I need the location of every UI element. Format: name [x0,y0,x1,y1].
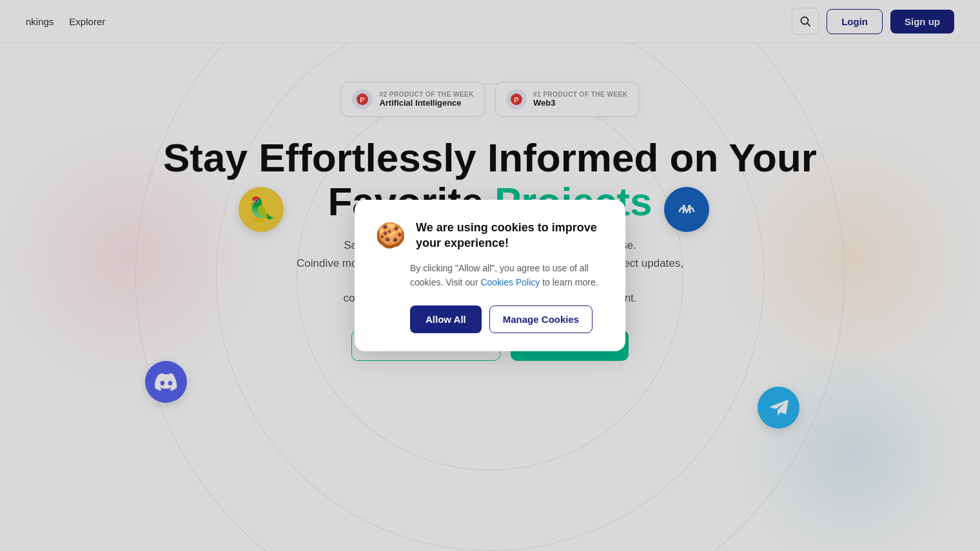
allow-all-button[interactable]: Allow All [410,305,482,333]
cookie-actions: Allow All Manage Cookies [375,305,605,333]
cookie-title: We are using cookies to improve your exp… [416,220,605,251]
cookie-header: 🍪 We are using cookies to improve your e… [375,220,605,251]
cookie-modal: 🍪 We are using cookies to improve your e… [355,200,625,351]
cookies-policy-link[interactable]: Cookies Policy [480,277,540,287]
modal-overlay: 🍪 We are using cookies to improve your e… [0,0,980,551]
cookie-body: By clicking "Allow all", you agree to us… [375,261,605,290]
cookie-icon: 🍪 [375,223,406,247]
manage-cookies-button[interactable]: Manage Cookies [489,305,593,333]
cookie-learn-more: to learn more. [542,277,598,287]
